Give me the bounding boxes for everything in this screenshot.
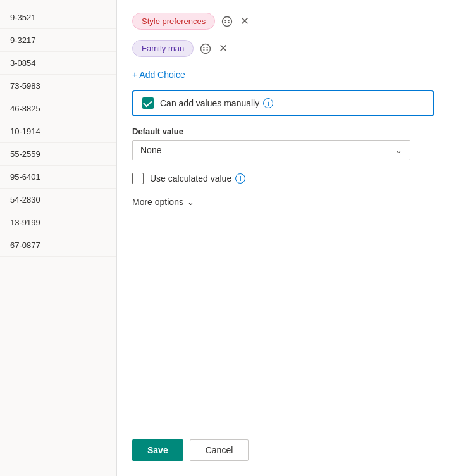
use-calculated-row: Use calculated value i: [132, 173, 434, 184]
spacer: [132, 215, 434, 421]
can-add-manually-info-icon[interactable]: i: [263, 98, 273, 108]
save-button[interactable]: Save: [132, 439, 183, 461]
close-icon-family[interactable]: ✕: [218, 41, 229, 56]
sidebar-item[interactable]: 3-0854: [0, 52, 116, 75]
palette-icon-style[interactable]: [220, 15, 234, 28]
use-calculated-label: Use calculated value i: [150, 173, 245, 184]
choice-row-style: Style preferences ✕: [132, 13, 434, 30]
svg-point-7: [207, 47, 208, 48]
choice-row-family: Family man ✕: [132, 40, 434, 57]
choice-tag-style: Style preferences: [132, 13, 215, 30]
use-calculated-checkbox[interactable]: [132, 173, 144, 184]
footer: Save Cancel: [132, 429, 434, 463]
can-add-manually-section[interactable]: Can add values manually i: [132, 90, 434, 116]
sidebar-item[interactable]: 54-2830: [0, 189, 116, 211]
choice-tag-family: Family man: [132, 40, 194, 57]
sidebar-item[interactable]: 55-2559: [0, 143, 116, 166]
sidebar-item[interactable]: 46-8825: [0, 97, 116, 120]
chevron-down-icon-more: ⌄: [187, 197, 194, 207]
svg-point-2: [228, 20, 230, 21]
svg-point-5: [201, 44, 211, 53]
more-options-label: More options: [132, 197, 183, 207]
svg-point-3: [225, 22, 226, 23]
svg-point-8: [203, 49, 204, 50]
main-panel: Style preferences ✕ Family man: [117, 0, 449, 476]
sidebar-item[interactable]: 9-3217: [0, 29, 116, 52]
sidebar-item[interactable]: 9-3521: [0, 6, 116, 29]
svg-point-9: [207, 49, 208, 50]
default-value-dropdown[interactable]: None ⌄: [132, 140, 410, 160]
more-options-button[interactable]: More options ⌄: [132, 197, 434, 207]
svg-point-1: [225, 20, 226, 21]
use-calculated-info-icon[interactable]: i: [235, 173, 245, 184]
can-add-manually-checkbox[interactable]: [142, 97, 154, 109]
can-add-manually-label: Can add values manually i: [160, 98, 273, 108]
close-icon-style[interactable]: ✕: [239, 13, 250, 29]
default-value-selected: None: [140, 145, 161, 155]
chevron-down-icon: ⌄: [395, 146, 402, 155]
sidebar-item[interactable]: 95-6401: [0, 166, 116, 189]
palette-icon-family[interactable]: [199, 42, 212, 56]
sidebar-item[interactable]: 10-1914: [0, 120, 116, 143]
sidebar: 9-3521 9-3217 3-0854 73-5983 46-8825 10-…: [0, 0, 117, 476]
svg-point-6: [203, 47, 204, 48]
default-value-label: Default value: [132, 127, 434, 136]
add-choice-link[interactable]: + Add Choice: [132, 70, 185, 80]
sidebar-item[interactable]: 73-5983: [0, 75, 116, 97]
default-value-section: Default value None ⌄: [132, 127, 434, 160]
add-choice-label: + Add Choice: [132, 70, 185, 80]
svg-point-4: [228, 22, 230, 23]
svg-point-0: [223, 16, 232, 26]
sidebar-item[interactable]: 13-9199: [0, 211, 116, 234]
sidebar-item[interactable]: 67-0877: [0, 234, 116, 257]
cancel-button[interactable]: Cancel: [190, 439, 249, 461]
